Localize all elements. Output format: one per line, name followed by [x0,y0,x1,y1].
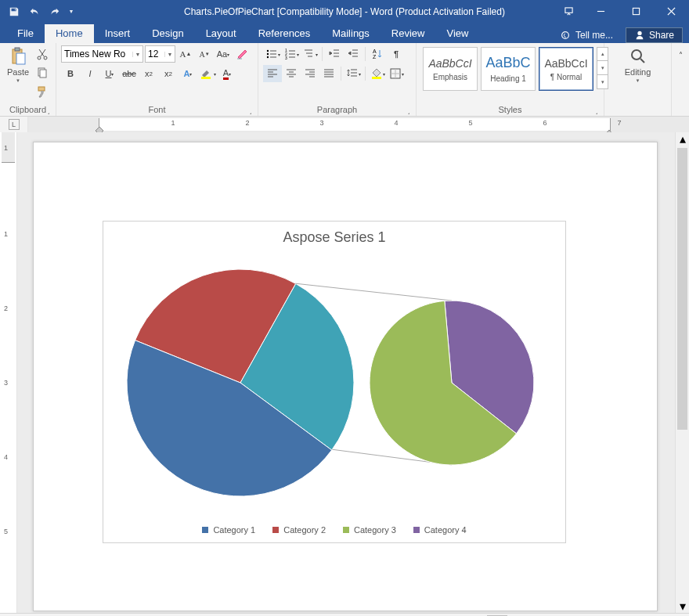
share-button[interactable]: Share [626,27,683,43]
minimize-icon[interactable] [583,0,619,23]
align-left-icon[interactable] [263,65,282,82]
chart[interactable]: Aspose Series 1 Category 1Category 2Cate… [103,221,566,543]
copy-icon[interactable] [34,64,51,81]
svg-line-30 [295,283,452,301]
multilevel-icon[interactable]: ▾ [301,45,319,63]
align-right-icon[interactable] [301,65,319,82]
save-icon[interactable] [5,2,23,21]
paragraph-dialog-launcher[interactable] [402,107,410,115]
ruler-tick: 4 [4,453,8,461]
borders-icon[interactable]: ▾ [387,65,406,82]
share-label: Share [649,30,674,41]
editing-label: Editing [625,67,651,77]
align-center-icon[interactable] [282,65,301,82]
ribbon-options-icon[interactable] [554,0,583,23]
maximize-icon[interactable] [619,0,654,23]
undo-icon[interactable] [25,2,44,21]
scroll-down-icon[interactable]: ▾ [676,600,689,613]
tab-insert[interactable]: Insert [94,24,142,43]
editing-button[interactable]: Editing ▼ [621,45,655,83]
change-case-icon[interactable]: Aa▾ [215,45,232,63]
strikethrough-icon[interactable]: abc [120,65,139,82]
group-font: ▼ ▼ A▲ A▼ Aa▾ B I U▾ abc x2 x2 A▾ ▾ A▾ [56,43,258,116]
decrease-indent-icon[interactable] [325,45,344,63]
clear-format-icon[interactable] [233,45,251,63]
font-family-combo[interactable]: ▼ [61,45,143,63]
tab-review[interactable]: Review [381,24,436,43]
superscript-icon[interactable]: x2 [159,65,178,82]
ruler-horizontal[interactable]: L 1 2 3 4 5 6 7 [0,117,689,132]
numbering-icon[interactable]: 123▾ [282,45,301,63]
tab-references[interactable]: References [247,24,321,43]
show-marks-icon[interactable]: ¶ [387,45,406,63]
font-color-icon[interactable]: A▾ [218,65,236,82]
ruler-vertical[interactable]: 1 1 2 3 4 5 [0,132,17,613]
redo-icon[interactable] [45,2,64,21]
shading-icon[interactable]: ▾ [368,65,387,82]
legend-item: Category 4 [413,525,467,535]
styles-dialog-launcher[interactable] [590,107,598,115]
shrink-font-icon[interactable]: A▼ [196,45,213,63]
ruler-tick: 5 [468,119,472,127]
bold-icon[interactable]: B [61,65,80,82]
tab-file[interactable]: File [6,24,45,43]
ruler-tick: 3 [4,379,8,387]
document-area[interactable]: Aspose Series 1 Category 1Category 2Cate… [17,132,675,613]
svg-rect-15 [38,87,45,91]
line-spacing-icon[interactable]: ▾ [344,65,363,82]
tab-home[interactable]: Home [45,24,94,43]
vertical-scrollbar[interactable]: ▴ ▾ [675,132,689,613]
font-size-combo[interactable]: ▼ [145,45,175,63]
style-label: ¶ Normal [550,73,582,81]
font-size-input[interactable] [146,46,164,62]
increase-indent-icon[interactable] [344,45,363,63]
tell-me-search[interactable]: Tell me... [560,30,613,41]
legend-swatch [272,527,279,533]
collapse-ribbon-icon[interactable]: ˄ [672,46,689,63]
scrollbar-thumb[interactable] [677,148,687,430]
scroll-up-icon[interactable]: ▴ [676,132,689,146]
font-family-input[interactable] [62,46,132,62]
justify-icon[interactable] [319,65,338,82]
underline-icon[interactable]: U▾ [100,65,119,82]
bullets-icon[interactable]: ▾ [263,45,282,63]
ruler-tick: 1 [4,144,8,152]
italic-icon[interactable]: I [81,65,99,82]
subscript-icon[interactable]: x2 [139,65,158,82]
grow-font-icon[interactable]: A▲ [177,45,194,63]
tab-view[interactable]: View [435,24,479,43]
ruler-tick: 1 [4,230,8,238]
clipboard-dialog-launcher[interactable] [42,107,50,115]
svg-point-19 [266,56,268,58]
quick-access-toolbar: ▼ [0,2,77,21]
status-bar: Page 1 of 1 0 words English (United Stat… [0,613,689,616]
legend-swatch [413,527,420,533]
qat-customize-icon[interactable]: ▼ [66,2,77,21]
text-effect-icon[interactable]: A▾ [179,65,197,82]
svg-point-18 [266,53,268,55]
svg-point-27 [632,50,641,59]
style-label: Heading 1 [490,74,526,83]
tab-layout[interactable]: Layout [195,24,247,43]
format-painter-icon[interactable] [34,83,51,100]
style-heading1[interactable]: AaBbC Heading 1 [481,47,536,91]
chevron-down-icon[interactable]: ▼ [164,52,175,57]
tab-selector-icon[interactable]: L [9,119,20,130]
ruler-tick: 5 [4,528,8,535]
close-icon[interactable] [654,0,689,23]
chart-title: Aspose Series 1 [103,222,565,246]
highlight-icon[interactable]: ▾ [198,65,217,82]
paste-button[interactable]: Paste ▼ [5,45,31,83]
style-normal[interactable]: AaBbCcI ¶ Normal [539,47,593,91]
tab-mailings[interactable]: Mailings [321,24,381,43]
group-label-font: Font [148,105,165,114]
style-emphasis[interactable]: AaBbCcI Emphasis [423,47,478,91]
legend-item: Category 2 [272,525,326,535]
group-label-paragraph: Paragraph [317,105,357,114]
chevron-down-icon[interactable]: ▼ [132,52,142,57]
sort-icon[interactable]: AZ [368,45,387,63]
cut-icon[interactable] [34,45,51,63]
font-dialog-launcher[interactable] [244,107,252,115]
tab-design[interactable]: Design [141,24,194,43]
legend-label: Category 3 [354,525,396,535]
